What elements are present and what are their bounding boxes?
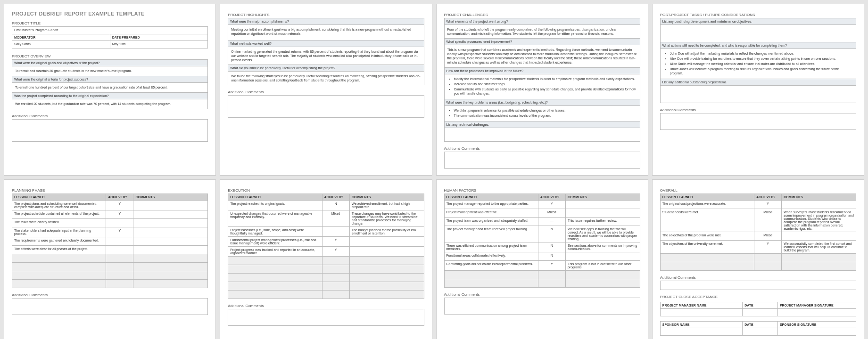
comments-cell[interactable]	[782, 254, 856, 262]
achieved-cell[interactable]: N	[538, 242, 565, 252]
achieved-cell[interactable]	[106, 237, 133, 246]
lesson-cell[interactable]	[12, 263, 106, 271]
lesson-cell[interactable]: There was efficient communication among …	[444, 242, 538, 252]
postproject-a1[interactable]	[661, 25, 856, 42]
achieved-cell[interactable]: Mixed	[538, 209, 565, 218]
achieved-cell[interactable]	[322, 291, 349, 299]
comments-cell[interactable]: The budget planned for the possibility o…	[349, 227, 424, 237]
highlights-a1[interactable]: Meeting our initial enrollment goal was …	[228, 25, 423, 40]
overview-addl-box[interactable]	[12, 119, 208, 142]
lesson-cell[interactable]: The requirements were gathered and clear…	[12, 237, 106, 246]
lesson-cell[interactable]: The tasks were clearly defined.	[12, 219, 106, 227]
comments-cell[interactable]	[349, 274, 424, 282]
lesson-cell[interactable]	[228, 265, 322, 274]
pm-name-input[interactable]	[660, 309, 742, 316]
achieved-cell[interactable]	[106, 271, 133, 280]
lesson-cell[interactable]: Unexpected changes that occurred were of…	[228, 210, 322, 227]
lesson-cell[interactable]	[660, 254, 754, 262]
challenges-addl-box[interactable]	[444, 152, 640, 169]
achieved-cell[interactable]: Y	[538, 201, 565, 209]
comments-cell[interactable]: We successfully completed the first coho…	[782, 241, 856, 254]
lesson-cell[interactable]: The original cost projections were accur…	[660, 201, 754, 209]
human-addl-box[interactable]	[444, 298, 640, 315]
lesson-cell[interactable]: The project team was organized and adequ…	[444, 218, 538, 226]
highlights-a3[interactable]: We found the following strategies to be …	[228, 72, 423, 85]
comments-cell[interactable]	[133, 280, 208, 288]
comments-cell[interactable]	[565, 252, 640, 261]
planning-addl-box[interactable]	[12, 298, 208, 315]
achieved-cell[interactable]: Y	[106, 227, 133, 237]
comments-cell[interactable]	[782, 262, 856, 271]
achieved-cell[interactable]: N	[322, 201, 349, 210]
achieved-cell[interactable]	[322, 227, 349, 237]
comments-cell[interactable]	[782, 232, 856, 241]
lesson-cell[interactable]: The project manager and team received pr…	[444, 226, 538, 242]
comments-cell[interactable]	[133, 246, 208, 254]
achieved-cell[interactable]	[322, 274, 349, 282]
overall-addl-box[interactable]	[660, 281, 856, 290]
comments-cell[interactable]: We now see gaps in training that we will…	[565, 226, 640, 242]
lesson-cell[interactable]: The project plans and scheduling were we…	[12, 201, 106, 210]
achieved-cell[interactable]	[538, 271, 565, 279]
achieved-cell[interactable]	[754, 262, 782, 271]
achieved-cell[interactable]	[322, 257, 349, 265]
comments-cell[interactable]	[565, 201, 640, 209]
comments-cell[interactable]: This program is not in conflict with our…	[565, 261, 640, 271]
achieved-cell[interactable]: Y	[322, 247, 349, 257]
project-title-value[interactable]: First Master's Program Cohort	[12, 27, 208, 34]
pm-date-input[interactable]	[743, 309, 778, 316]
lesson-cell[interactable]: The criteria were clear for all phases o…	[12, 246, 106, 254]
achieved-cell[interactable]: Y	[754, 201, 782, 209]
lesson-cell[interactable]: Fundamental project management processes…	[228, 237, 322, 247]
comments-cell[interactable]: This issue requires further review.	[565, 218, 640, 226]
sponsor-sig-input[interactable]	[777, 328, 856, 336]
challenges-a4[interactable]: We didn't prepare in advance for possibl…	[445, 106, 640, 121]
achieved-cell[interactable]: Mixed	[322, 210, 349, 227]
achieved-cell[interactable]: Y	[754, 241, 782, 254]
lesson-cell[interactable]	[228, 274, 322, 282]
lesson-cell[interactable]: The objectives of the program were met.	[660, 232, 754, 241]
comments-cell[interactable]	[565, 271, 640, 279]
moderator-value[interactable]: Sally Smith	[12, 41, 110, 48]
lesson-cell[interactable]: Conflicting goals did not cause interdep…	[444, 261, 538, 271]
comments-cell[interactable]	[349, 237, 424, 247]
lesson-cell[interactable]	[228, 257, 322, 265]
achieved-cell[interactable]	[322, 265, 349, 274]
comments-cell[interactable]	[133, 254, 208, 263]
lesson-cell[interactable]: Student needs were met.	[660, 209, 754, 232]
lesson-cell[interactable]: The project manager reported to the appr…	[444, 201, 538, 209]
highlights-addl-box[interactable]	[228, 95, 424, 118]
lesson-cell[interactable]: The project reached its original goals.	[228, 201, 322, 210]
challenges-a5[interactable]	[445, 128, 640, 141]
comments-cell[interactable]	[133, 227, 208, 237]
achieved-cell[interactable]: Y	[538, 261, 565, 271]
challenges-a1[interactable]: Four of the students who left the progra…	[445, 25, 640, 38]
overview-a3[interactable]: We enrolled 20 students, but the graduat…	[12, 99, 207, 109]
achieved-cell[interactable]: Y	[322, 237, 349, 247]
lesson-cell[interactable]	[228, 282, 322, 291]
date-value[interactable]: May 13th	[110, 41, 208, 48]
achieved-cell[interactable]	[754, 254, 782, 262]
comments-cell[interactable]: When surveyed, most students recommended…	[782, 209, 856, 232]
lesson-cell[interactable]	[444, 271, 538, 279]
pm-sig-input[interactable]	[777, 309, 856, 316]
comments-cell[interactable]	[349, 265, 424, 274]
sponsor-name-input[interactable]	[660, 328, 742, 336]
challenges-a3[interactable]: Modify the informational materials for p…	[445, 74, 640, 99]
lesson-cell[interactable]: Project management was effective.	[444, 209, 538, 218]
comments-cell[interactable]: See sections above for comments on impro…	[565, 242, 640, 252]
lesson-cell[interactable]	[12, 280, 106, 288]
achieved-cell[interactable]	[106, 263, 133, 271]
lesson-cell[interactable]	[12, 254, 106, 263]
achieved-cell[interactable]: N	[538, 226, 565, 242]
sponsor-date-input[interactable]	[743, 328, 778, 336]
achieved-cell[interactable]	[106, 280, 133, 288]
comments-cell[interactable]	[349, 247, 424, 257]
overview-a1[interactable]: To recruit and maintain 20 graduate stud…	[12, 66, 207, 76]
comments-cell[interactable]	[565, 279, 640, 288]
achieved-cell[interactable]	[106, 219, 133, 227]
lesson-cell[interactable]: Functional areas collaborated effectivel…	[444, 252, 538, 261]
comments-cell[interactable]	[565, 209, 640, 218]
comments-cell[interactable]	[349, 257, 424, 265]
comments-cell[interactable]	[133, 237, 208, 246]
